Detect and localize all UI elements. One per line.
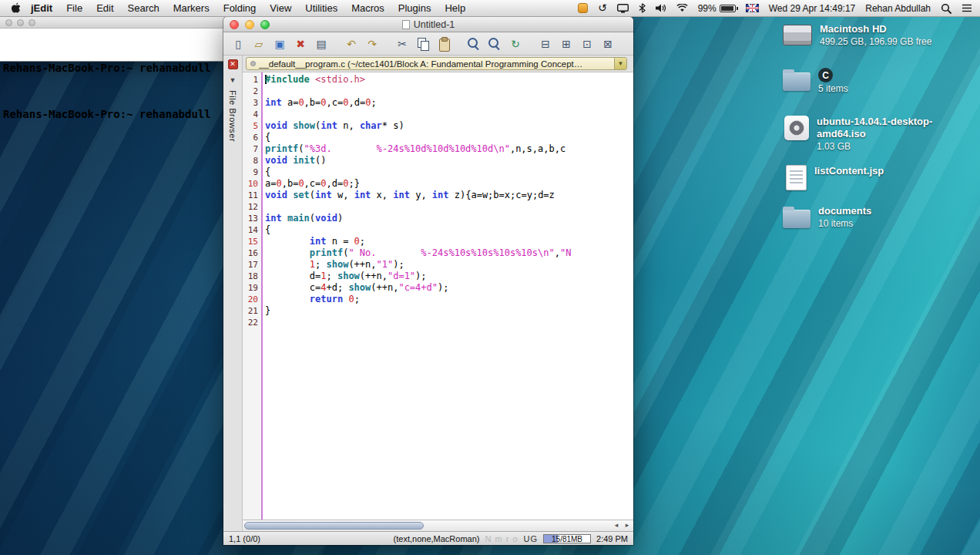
line-number: 14: [243, 224, 261, 236]
fast-user-switching-name[interactable]: Rehan Abdullah: [865, 3, 931, 14]
battery-indicator[interactable]: 99%: [698, 3, 736, 14]
code-line: {: [265, 224, 633, 236]
unsplit-button[interactable]: ⊡: [578, 35, 596, 53]
terminal-output: Rehans-MacBook-Pro:~ rehanabdull Rehans-…: [0, 29, 226, 153]
find-next-button[interactable]: [485, 35, 504, 53]
menu-bar-status-area: ↺ 99% Wed 29 Apr 14:49:17 Rehan Abdullah: [578, 3, 980, 14]
open-file-button[interactable]: ▱: [250, 35, 268, 53]
menu-file[interactable]: File: [59, 0, 89, 17]
document-icon: [786, 165, 807, 190]
apple-menu-icon[interactable]: [11, 2, 21, 14]
terminal-zoom-button[interactable]: [29, 19, 35, 26]
menu-jedit[interactable]: jEdit: [24, 0, 59, 17]
menu-view[interactable]: View: [263, 0, 298, 17]
code-line: c=4+d; show(++n,"c=4+d");: [265, 282, 633, 294]
dock-menu-arrow-icon[interactable]: ▼: [230, 76, 237, 84]
volume-icon[interactable]: [656, 4, 666, 12]
wifi-icon[interactable]: [676, 4, 688, 12]
line-number: 16: [243, 247, 261, 259]
code-line: [265, 109, 633, 120]
copy-button[interactable]: [414, 35, 432, 53]
minimize-window-button[interactable]: [245, 20, 254, 29]
spotlight-icon[interactable]: [941, 3, 951, 14]
buffer-switcher-combo[interactable]: __default__program.c (~/ctec1401/Block A…: [246, 57, 627, 70]
code-line: void init(): [265, 155, 633, 166]
line-number: 12: [243, 201, 261, 213]
desktop-icon-documents[interactable]: documents 10 items: [783, 205, 871, 230]
status-bar: 1,1 (0/0) (text,none,MacRoman) N m r o U…: [223, 531, 633, 545]
line-number: 2: [243, 86, 261, 97]
menu-bar-clock[interactable]: Wed 29 Apr 14:49:17: [769, 3, 856, 14]
find-button[interactable]: [465, 35, 483, 53]
combo-dropdown-arrow-icon[interactable]: ▼: [614, 58, 626, 69]
scrollbar-thumb[interactable]: [244, 522, 424, 530]
terminal-window[interactable]: Rehans-MacBook-Pro:~ rehanabdull Rehans-…: [0, 17, 227, 62]
horizontal-scrollbar[interactable]: ◂▸: [243, 520, 633, 531]
jedit-status-icon[interactable]: [578, 3, 588, 13]
icon-subtitle: 499.25 GB, 196.99 GB free: [820, 35, 931, 49]
menu-markers[interactable]: Markers: [166, 0, 216, 17]
jedit-window: Untitled-1 ▯ ▱ ▣ ✖ ▤ ↶ ↷ ✂: [223, 17, 633, 545]
menu-bar: jEdit File Edit Search Markers Folding V…: [0, 0, 980, 17]
code-area[interactable]: #include <stdio.h>int a=0,b=0,c=0,d=0;vo…: [263, 72, 633, 520]
code-line: void show(int n, char* s): [265, 120, 633, 132]
notification-center-icon[interactable]: [962, 4, 972, 12]
desktop-icon-c-folder[interactable]: C 5 items: [783, 68, 848, 96]
close-buffer-button[interactable]: ✖: [291, 35, 310, 53]
terminal-prompt-line: Rehans-MacBook-Pro:~ rehanabdull: [3, 106, 223, 122]
bluetooth-icon[interactable]: [639, 3, 646, 13]
memory-gauge[interactable]: 15/81MB: [543, 534, 591, 543]
menu-help[interactable]: Help: [438, 0, 472, 17]
split-vertical-button[interactable]: ⊞: [557, 35, 576, 53]
undo-button[interactable]: ↶: [342, 35, 361, 53]
menu-search[interactable]: Search: [121, 0, 166, 17]
status-flags-dim: N m r o: [485, 534, 518, 543]
window-title-bar[interactable]: Untitled-1: [223, 17, 633, 32]
menu-utilities[interactable]: Utilities: [298, 0, 344, 17]
scroll-right-arrow-icon[interactable]: ▸: [623, 521, 632, 529]
terminal-close-button[interactable]: [5, 19, 12, 26]
caret-position[interactable]: 1,1 (0/0): [229, 534, 260, 543]
buffer-mode-info[interactable]: (text,none,MacRoman): [394, 534, 480, 543]
code-line: 1; show(++n,"1");: [265, 259, 633, 271]
file-browser-dock-tab[interactable]: File Browser: [228, 90, 237, 142]
redo-button[interactable]: ↷: [363, 35, 381, 53]
new-file-button[interactable]: ▯: [229, 35, 247, 53]
terminal-minimize-button[interactable]: [17, 19, 24, 26]
split-horizontal-button[interactable]: ⊟: [536, 35, 555, 53]
dock-close-button[interactable]: ✕: [228, 59, 238, 69]
code-line: printf("%3d. %-24s%10d%10d%10d%10d\n",n,…: [265, 143, 633, 155]
input-language-flag-icon[interactable]: [746, 4, 759, 12]
line-number: 3: [243, 97, 261, 109]
line-number: 10: [243, 178, 261, 190]
code-line: [265, 201, 633, 213]
terminal-title-bar[interactable]: [0, 17, 226, 29]
code-line: a=0,b=0,c=0,d=0;}: [265, 178, 633, 190]
desktop-icon-listcontent-jsp[interactable]: listContent.jsp: [786, 165, 884, 190]
display-icon[interactable]: [617, 4, 629, 13]
code-line: printf(" No. %-24s%10s%10s%10s%10s\n","N: [265, 247, 633, 259]
line-number: 6: [243, 132, 261, 143]
gutter[interactable]: 12345678910111213141516171819202122: [243, 72, 263, 520]
time-machine-icon[interactable]: ↺: [598, 3, 607, 13]
desktop-icon-macintosh-hd[interactable]: Macintosh HD 499.25 GB, 196.99 GB free: [783, 23, 931, 49]
editor-pane: 12345678910111213141516171819202122 #inc…: [243, 72, 633, 520]
close-window-button[interactable]: [230, 20, 239, 29]
scroll-left-arrow-icon[interactable]: ◂: [612, 521, 621, 529]
zoom-window-button[interactable]: [260, 20, 270, 29]
left-dock-strip: ✕ ▼ File Browser: [223, 56, 243, 531]
window-document-icon: [402, 20, 410, 29]
menu-folding[interactable]: Folding: [216, 0, 263, 17]
paste-button[interactable]: [435, 35, 453, 53]
menu-plugins[interactable]: Plugins: [391, 0, 438, 17]
line-number: 22: [243, 317, 261, 328]
cut-button[interactable]: ✂: [393, 35, 411, 53]
print-button[interactable]: ▤: [312, 35, 331, 53]
toolbar: ▯ ▱ ▣ ✖ ▤ ↶ ↷ ✂: [223, 32, 633, 56]
reload-button[interactable]: ↻: [506, 35, 525, 53]
save-file-button[interactable]: ▣: [270, 35, 289, 53]
desktop-icon-ubuntu-iso[interactable]: ubuntu-14.04.1-desktop-amd64.iso 1.03 GB: [784, 116, 948, 153]
menu-edit[interactable]: Edit: [89, 0, 120, 17]
menu-macros[interactable]: Macros: [344, 0, 391, 17]
new-view-button[interactable]: ⊠: [599, 35, 617, 53]
